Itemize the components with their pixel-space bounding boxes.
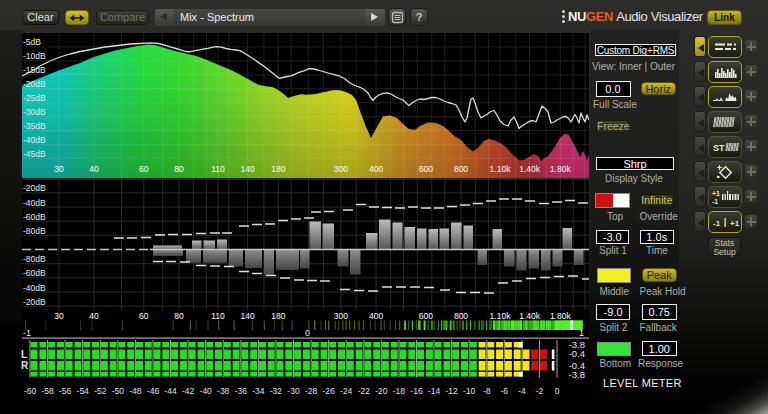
svg-text:-20dB: -20dB [23,79,46,89]
svg-text:1.10k: 1.10k [490,164,512,174]
svg-text:-34: -34 [252,386,265,396]
svg-text:-42: -42 [182,386,195,396]
svg-text:40: 40 [89,311,99,321]
svg-text:-60dB: -60dB [23,212,46,222]
svg-text:-12: -12 [445,386,458,396]
svg-text:-50: -50 [112,386,125,396]
svg-text:0: 0 [555,386,560,396]
svg-text:1: 1 [579,328,584,338]
svg-text:1.80k: 1.80k [550,311,572,321]
svg-text:-25dB: -25dB [23,93,46,103]
svg-text:-20dB: -20dB [23,297,46,307]
svg-text:-20: -20 [375,386,388,396]
svg-text:300: 300 [334,311,348,321]
svg-text:-1: -1 [713,219,721,228]
svg-text:80: 80 [174,164,184,174]
svg-text:-15dB: -15dB [23,65,46,75]
svg-text:-14: -14 [428,386,441,396]
svg-text:-60dB: -60dB [23,268,46,278]
svg-text:0: 0 [305,328,310,338]
svg-text:-35dB: -35dB [23,121,46,131]
svg-text:-26: -26 [322,386,335,396]
svg-text:-28: -28 [305,386,318,396]
svg-text:-30: -30 [287,386,300,396]
svg-text:-20dB: -20dB [23,183,46,193]
svg-text:-10dB: -10dB [23,51,46,61]
svg-text:800: 800 [454,311,468,321]
svg-text:-52: -52 [94,386,107,396]
svg-text:-40dB: -40dB [23,283,46,293]
svg-text:140: 140 [241,164,255,174]
svg-text:1.40k: 1.40k [519,164,541,174]
svg-text:-38: -38 [217,386,230,396]
svg-text:110: 110 [211,311,225,321]
svg-text:ST: ST [713,143,725,153]
svg-text:-8: -8 [483,386,491,396]
svg-text:30: 30 [54,164,64,174]
svg-text:60: 60 [139,311,149,321]
svg-text:1.10k: 1.10k [490,311,512,321]
svg-text:-48: -48 [129,386,142,396]
svg-text:400: 400 [369,164,383,174]
svg-text:-80dB: -80dB [23,254,46,264]
svg-text:300: 300 [334,164,348,174]
svg-text:-6: -6 [501,386,509,396]
svg-text:-40dB: -40dB [23,135,46,145]
svg-text:-5dB: -5dB [23,37,41,47]
svg-text:-40: -40 [200,386,213,396]
svg-text:-1: -1 [23,328,31,338]
svg-text:1.80k: 1.80k [550,164,572,174]
svg-text:-54: -54 [77,386,90,396]
svg-text:-58: -58 [41,386,54,396]
svg-text:-45dB: -45dB [23,149,46,159]
svg-text:110: 110 [211,164,225,174]
svg-text:-80dB: -80dB [23,226,46,236]
svg-text:600: 600 [419,311,433,321]
svg-text:-1: -1 [712,198,718,205]
svg-text:-10: -10 [463,386,476,396]
svg-text:-16: -16 [410,386,423,396]
svg-text:-18: -18 [393,386,406,396]
svg-text:-40dB: -40dB [23,198,46,208]
svg-text:600: 600 [419,164,433,174]
svg-text:-4: -4 [518,386,526,396]
svg-text:-36: -36 [235,386,248,396]
svg-text:+1: +1 [712,190,720,197]
svg-text:-2: -2 [536,386,544,396]
svg-text:-24: -24 [340,386,353,396]
svg-text:800: 800 [454,164,468,174]
svg-text:30: 30 [54,311,64,321]
svg-text:180: 180 [271,311,285,321]
svg-text:400: 400 [369,311,383,321]
svg-text:-22: -22 [358,386,371,396]
svg-text:1.40k: 1.40k [519,311,541,321]
svg-text:-46: -46 [147,386,160,396]
svg-text:-56: -56 [59,386,72,396]
svg-text:40: 40 [89,164,99,174]
svg-text:-60: -60 [24,386,37,396]
svg-text:140: 140 [241,311,255,321]
svg-text:-30dB: -30dB [23,107,46,117]
svg-text:60: 60 [139,164,149,174]
svg-text:80: 80 [174,311,184,321]
svg-text:+1: +1 [730,219,740,228]
svg-text:-44: -44 [164,386,177,396]
svg-text:-32: -32 [270,386,283,396]
svg-text:180: 180 [271,164,285,174]
